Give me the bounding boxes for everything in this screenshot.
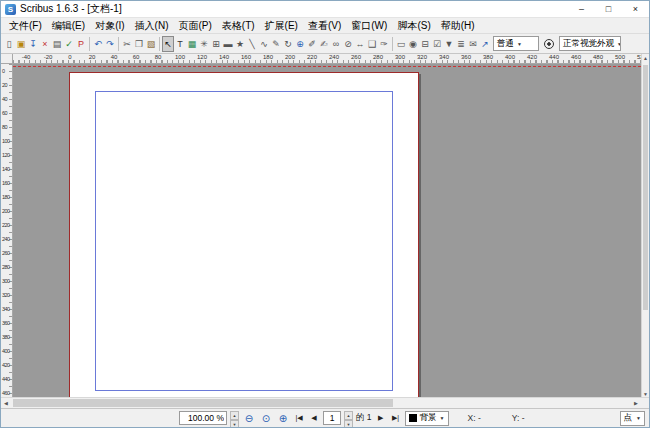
menu-view[interactable]: 查看(V) <box>303 18 346 33</box>
undo-icon[interactable]: ↶ <box>92 36 104 52</box>
minimize-button[interactable]: – <box>568 1 595 17</box>
pdf-list-box-icon[interactable]: ≣ <box>455 36 467 52</box>
ruler-label: 80 <box>1 120 12 134</box>
chevron-down-icon: ▼ <box>617 41 621 47</box>
insert-text-frame-icon[interactable]: T <box>174 36 186 52</box>
copy-icon[interactable]: ❐ <box>133 36 145 52</box>
scroll-right-arrow[interactable]: ▶ <box>631 400 641 406</box>
rotate-item-icon[interactable]: ↻ <box>282 36 294 52</box>
menu-file[interactable]: 文件(F) <box>4 18 47 33</box>
ruler-label: 260 <box>1 246 12 260</box>
pdf-combo-box-icon[interactable]: ▼ <box>443 36 455 52</box>
paste-icon[interactable]: ▧ <box>145 36 157 52</box>
insert-bezier-curve-icon[interactable]: ∿ <box>258 36 270 52</box>
vertical-scrollbar[interactable]: ▲ ▼ <box>641 54 649 399</box>
zoom-input[interactable] <box>179 411 227 425</box>
horizontal-scroll-track[interactable] <box>11 398 631 408</box>
close-button[interactable]: × <box>622 1 649 17</box>
cut-icon[interactable]: ✂ <box>121 36 133 52</box>
measurements-icon[interactable]: ↔ <box>354 36 366 52</box>
link-annotation-icon[interactable]: ↗ <box>479 36 491 52</box>
first-page-button[interactable]: |◀ <box>293 411 305 426</box>
spin-down-icon[interactable]: ▼ <box>344 420 353 428</box>
ruler-origin-corner[interactable] <box>1 54 13 64</box>
link-text-frames-icon[interactable]: ∞ <box>330 36 342 52</box>
next-page-button[interactable]: ▶ <box>375 411 387 426</box>
zoom-in-button[interactable]: ⊕ <box>276 411 290 426</box>
redo-icon[interactable]: ↷ <box>104 36 116 52</box>
document-page[interactable] <box>69 72 419 399</box>
preflight-verifier-icon[interactable]: ✓ <box>63 36 75 52</box>
pdf-radio-button-icon[interactable]: ◉ <box>407 36 419 52</box>
zoom-default-button[interactable]: ⊙ <box>259 411 273 426</box>
vertical-scroll-thumb[interactable] <box>643 65 648 310</box>
insert-polygon-icon[interactable]: ★ <box>234 36 246 52</box>
preview-mode-button[interactable] <box>541 36 557 51</box>
ruler-label: 360 <box>455 54 477 63</box>
unit-select[interactable]: 点 ▼ <box>620 411 645 426</box>
save-document-icon[interactable]: ↧ <box>27 36 39 52</box>
scribus-window: { "window": { "icon_letter": "S", "title… <box>0 0 650 428</box>
spin-up-icon[interactable]: ▲ <box>344 411 353 420</box>
previous-page-button[interactable]: ◀ <box>308 411 320 426</box>
vertical-ruler[interactable]: 0 20 40 60 80 100 120 140 160 180 200 22… <box>1 64 13 399</box>
story-editor-icon[interactable]: ✍ <box>318 36 330 52</box>
menu-windows[interactable]: 窗口(W) <box>346 18 392 33</box>
horizontal-scrollbar[interactable]: ◀ ▶ <box>1 397 649 408</box>
open-document-icon[interactable]: ▣ <box>15 36 27 52</box>
horizontal-ruler[interactable]: -40 -20 0 20 40 60 80 100 120 140 160 18… <box>13 54 641 64</box>
pdf-push-button-icon[interactable]: ▭ <box>395 36 407 52</box>
last-page-button[interactable]: ▶| <box>390 411 402 426</box>
copy-item-properties-icon[interactable]: ❑ <box>366 36 378 52</box>
insert-image-frame-icon[interactable]: ▦ <box>186 36 198 52</box>
edit-contents-icon[interactable]: ✐ <box>306 36 318 52</box>
unlink-text-frames-icon[interactable]: ⊘ <box>342 36 354 52</box>
menu-table[interactable]: 表格(T) <box>217 18 260 33</box>
insert-shape-icon[interactable]: ▬ <box>222 36 234 52</box>
pdf-export-icon[interactable]: P <box>75 36 87 52</box>
page-count-label: 的 1 <box>356 412 372 424</box>
scroll-left-arrow[interactable]: ◀ <box>1 400 11 406</box>
visual-appearance-select[interactable]: 正常视觉外观 ▼ <box>559 36 621 51</box>
maximize-button[interactable]: □ <box>595 1 622 17</box>
spin-up-icon[interactable]: ▲ <box>230 411 239 420</box>
preview-quality-select[interactable]: 普通 ▼ <box>493 36 539 51</box>
canvas[interactable] <box>13 64 641 399</box>
pdf-text-field-icon[interactable]: ⊟ <box>419 36 431 52</box>
insert-line-icon[interactable]: ╲ <box>246 36 258 52</box>
print-icon[interactable]: ▤ <box>51 36 63 52</box>
ruler-label: 440 <box>1 372 12 386</box>
ruler-label: 60 <box>125 54 147 63</box>
pdf-checkbox-icon[interactable]: ☑ <box>431 36 443 52</box>
close-document-icon[interactable]: × <box>39 36 51 52</box>
zoom-icon[interactable]: ⊕ <box>294 36 306 52</box>
menu-edit[interactable]: 编辑(E) <box>47 18 90 33</box>
new-document-icon[interactable]: ▯ <box>3 36 15 52</box>
insert-render-frame-icon[interactable]: ✳ <box>198 36 210 52</box>
menu-insert[interactable]: 插入(N) <box>130 18 174 33</box>
layer-select[interactable]: 背景 ▼ <box>405 411 449 426</box>
text-annotation-icon[interactable]: ✉ <box>467 36 479 52</box>
ruler-label: 400 <box>499 54 521 63</box>
ruler-label: -20 <box>37 54 59 63</box>
menu-script[interactable]: 脚本(S) <box>392 18 435 33</box>
ruler-label: 440 <box>543 54 565 63</box>
ruler-label: 140 <box>1 162 12 176</box>
ruler-label: 240 <box>1 232 12 246</box>
insert-freehand-line-icon[interactable]: ✎ <box>270 36 282 52</box>
zoom-out-button[interactable]: ⊖ <box>242 411 256 426</box>
ruler-label: 500 <box>609 54 631 63</box>
insert-table-icon[interactable]: ⊞ <box>210 36 222 52</box>
select-item-icon[interactable]: ↖ <box>162 36 174 52</box>
menu-item[interactable]: 对象(I) <box>90 18 129 33</box>
menu-extras[interactable]: 扩展(E) <box>260 18 303 33</box>
menu-page[interactable]: 页面(P) <box>173 18 216 33</box>
horizontal-scroll-thumb[interactable] <box>13 399 393 407</box>
page-number-input[interactable] <box>323 411 341 425</box>
spin-down-icon[interactable]: ▼ <box>230 420 239 428</box>
eye-dropper-icon[interactable]: ✑ <box>378 36 390 52</box>
window-controls: – □ × <box>568 1 649 17</box>
layer-color-swatch <box>409 414 417 422</box>
menu-help[interactable]: 帮助(H) <box>436 18 480 33</box>
scroll-up-arrow[interactable]: ▲ <box>642 54 649 63</box>
